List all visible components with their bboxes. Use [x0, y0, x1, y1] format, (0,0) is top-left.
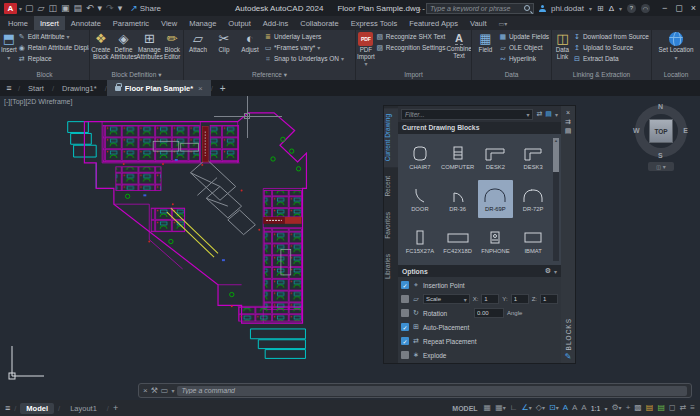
hardware-accel-icon[interactable]: ▤ [657, 403, 665, 413]
tab-view[interactable]: View [155, 16, 183, 30]
graphics-performance-icon[interactable]: ▤ [646, 403, 654, 413]
command-close-icon[interactable]: × [143, 386, 148, 395]
apps-caret-icon[interactable]: ▾ [619, 5, 622, 12]
recognize-shx-button[interactable]: ▧ Recognize SHX Text [376, 32, 446, 42]
restore-button[interactable]: ◻ [675, 3, 682, 13]
scale-y-input[interactable] [511, 294, 529, 304]
command-history-icon[interactable]: ▭ [161, 386, 169, 395]
app-menu-caret-icon[interactable]: ▾ [19, 5, 22, 12]
define-attributes-button[interactable]: ◈ Define Attributes [111, 31, 137, 70]
tab-parametric[interactable]: Parametric [107, 16, 155, 30]
user-avatar-icon[interactable] [539, 5, 546, 12]
scale-dropdown[interactable]: Scale ▾ [423, 294, 470, 304]
tab-featured-apps[interactable]: Featured Apps [403, 16, 464, 30]
cart-icon[interactable]: ⊞ [597, 4, 604, 13]
scale-caret-icon[interactable]: ▾ [604, 405, 607, 412]
pdf-import-button[interactable]: PDF PDF Import ▾ [357, 31, 375, 70]
extract-data-button[interactable]: ⊟ Extract Data [573, 54, 649, 64]
autodesk-logo-icon[interactable]: Δ [609, 4, 614, 13]
command-caret-icon[interactable]: ▾ [171, 387, 174, 394]
annotation-scale-value[interactable]: 1:1 [591, 405, 601, 412]
file-tab-floor-plan[interactable]: Floor Plan Sample* × [107, 80, 211, 96]
block-editor-button[interactable]: ✏ Block Editor [163, 31, 183, 70]
layout1-tab[interactable]: Layout1 [64, 403, 103, 414]
block-item-dr36[interactable]: DR-36 [440, 180, 476, 218]
tab-vault[interactable]: Vault [464, 16, 493, 30]
workspace-gear-icon[interactable]: ⚙▾ [611, 403, 621, 413]
tab-collaborate[interactable]: Collaborate [294, 16, 344, 30]
redo-caret-icon[interactable]: ▾ [118, 3, 123, 13]
palette-close-icon[interactable]: × [566, 108, 570, 117]
app-logo-icon[interactable]: A [4, 3, 17, 14]
edit-attribute-button[interactable]: ✎ Edit Attribute ▾ [18, 32, 90, 42]
file-tab-start[interactable]: Start [20, 80, 52, 96]
palette-tab-favorites[interactable]: Favorites [384, 206, 398, 245]
save-icon[interactable]: ◫ [48, 3, 57, 13]
filter-input[interactable] [405, 111, 526, 118]
user-name[interactable]: phi.dodat [551, 4, 584, 13]
insertion-point-checkbox[interactable] [401, 281, 409, 289]
redo-icon[interactable]: ↷ [106, 3, 114, 13]
annotation-scale-icon[interactable]: A [581, 403, 586, 413]
palette-scrollbar-thumb[interactable] [553, 138, 559, 172]
tab-addins[interactable]: Add-ins [257, 16, 294, 30]
isodraft-icon[interactable]: ◇▾ [536, 403, 545, 413]
scale-checkbox[interactable] [401, 295, 409, 303]
osnap-icon[interactable]: ⊡▾ [549, 403, 559, 413]
download-from-source-button[interactable]: ↧ Download from Source [573, 32, 649, 42]
polar-tracking-icon[interactable]: ∠▾ [522, 403, 532, 413]
notifications-icon[interactable]: ◠ [641, 4, 650, 13]
file-tabs-menu-icon[interactable]: ≡ [0, 80, 18, 96]
command-line[interactable]: × ⚒ ▭ ▾ [138, 383, 692, 398]
tab-annotate[interactable]: Annotate [65, 16, 107, 30]
rotation-angle-input[interactable] [474, 308, 504, 318]
viewcube-south[interactable]: S [658, 152, 663, 159]
field-button[interactable]: ▦ Field [473, 31, 498, 70]
snap-icon[interactable]: ▦▾ [495, 403, 506, 413]
scale-z-input[interactable] [540, 294, 558, 304]
block-item-chair7[interactable]: CHAIR7 [402, 138, 438, 176]
block-item-desk3[interactable]: DESK3 [515, 138, 551, 176]
close-tab-icon[interactable]: × [198, 84, 203, 93]
palette-tab-libraries[interactable]: Libraries [384, 248, 398, 285]
clip-button[interactable]: ✂ Clip [211, 31, 237, 70]
search-input[interactable] [430, 5, 524, 12]
filter-field[interactable]: ▾ [401, 109, 533, 120]
adjust-button[interactable]: ◐ Adjust [237, 31, 263, 70]
viewcube[interactable]: N E S W TOP [632, 102, 690, 160]
floor-plan-drawing[interactable] [52, 102, 387, 382]
clean-screen-icon[interactable]: ⇄ [680, 403, 687, 413]
repeat-placement-checkbox[interactable] [401, 337, 409, 345]
tab-output[interactable]: Output [222, 16, 257, 30]
block-item-dr69p[interactable]: DR-69P [478, 180, 514, 218]
new-drawing-tab-button[interactable]: + [213, 80, 233, 96]
palette-autohide-icon[interactable]: ⇉ [565, 117, 571, 126]
save-as-icon[interactable]: ▣ [61, 3, 70, 13]
hyperlink-button[interactable]: ∾ Hyperlink [499, 54, 549, 64]
update-fields-button[interactable]: ▦ Update Fields [499, 32, 549, 42]
block-item-computer[interactable]: COMPUTER [440, 138, 476, 176]
retain-attribute-button[interactable]: ◉ Retain Attribute Display ▾ [18, 43, 90, 53]
block-item-fc15x27a[interactable]: FC15X27A [402, 222, 438, 260]
combine-text-button[interactable]: A Combine Text [446, 31, 471, 70]
library-icon[interactable]: ▤ [545, 110, 552, 118]
command-input-field[interactable] [177, 386, 687, 396]
upload-to-source-button[interactable]: ↥ Upload to Source [573, 43, 649, 53]
tab-home[interactable]: Home [2, 16, 34, 30]
drawing-canvas[interactable]: [-][Top][2D Wireframe] [0, 96, 700, 400]
plot-icon[interactable]: ▤ [73, 3, 82, 13]
replace-button[interactable]: ⇄ Replace [18, 54, 90, 64]
frames-dropdown[interactable]: ▭ *Frames vary* ▾ [264, 43, 344, 53]
annotation-visibility-icon[interactable]: A [563, 403, 568, 413]
open-folder-icon[interactable]: ▱ [38, 3, 45, 13]
status-menu-icon[interactable]: ≡ [690, 403, 695, 413]
snap-underlays-dropdown[interactable]: ⌗ Snap to Underlays ON ▾ [264, 54, 344, 64]
palette-edit-icon[interactable]: ✎ [565, 352, 572, 361]
customization-icon[interactable]: + [626, 403, 631, 413]
ribbon-display-caret-icon[interactable]: ▭▾ [493, 16, 514, 30]
ortho-icon[interactable]: ∟ [510, 403, 518, 413]
attach-button[interactable]: ▱ Attach [185, 31, 211, 70]
viewcube-east[interactable]: E [683, 127, 688, 134]
block-item-ibmat[interactable]: IBMAT [515, 222, 551, 260]
filter-caret-icon[interactable]: ▾ [526, 111, 529, 118]
